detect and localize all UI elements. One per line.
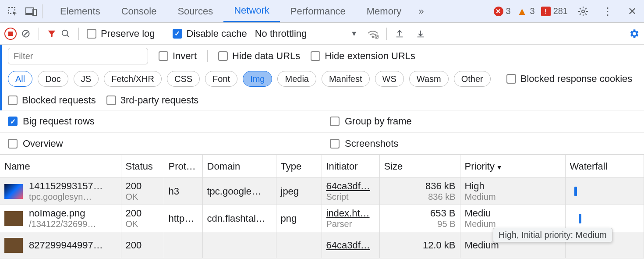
- col-size[interactable]: Size: [379, 155, 460, 178]
- request-domain: cdn.flashtal…: [202, 205, 276, 232]
- col-type[interactable]: Type: [276, 155, 322, 178]
- checkbox-icon[interactable]: [8, 139, 18, 149]
- type-chip-img[interactable]: Img: [243, 71, 272, 87]
- request-name: 141152993157…tpc.googlesyn…: [29, 181, 103, 202]
- priority-tooltip: High, Initial priority: Medium: [493, 228, 612, 242]
- network-settings-icon[interactable]: [628, 28, 640, 39]
- tab-elements[interactable]: Elements: [50, 0, 111, 22]
- blocked-requests-checkbox[interactable]: Blocked requests: [8, 95, 96, 106]
- disable-cache-checkbox[interactable]: Disable cache: [173, 28, 247, 39]
- tab-console[interactable]: Console: [111, 0, 167, 22]
- checkbox-icon[interactable]: [8, 117, 18, 126]
- more-icon[interactable]: ⋮: [598, 5, 617, 18]
- request-initiator[interactable]: 64ca3df…Script: [322, 178, 379, 205]
- tabs-overflow-icon[interactable]: »: [412, 6, 430, 17]
- settings-icon[interactable]: [574, 6, 592, 17]
- download-har-icon[interactable]: [416, 29, 425, 39]
- checkbox-icon[interactable]: [330, 139, 340, 149]
- hide-data-urls-checkbox[interactable]: Hide data URLs: [218, 50, 300, 62]
- tab-performance[interactable]: Performance: [280, 0, 356, 22]
- checkbox-icon[interactable]: [218, 51, 228, 61]
- type-chip-media[interactable]: Media: [277, 71, 316, 87]
- divider: [78, 28, 79, 40]
- invert-checkbox[interactable]: Invert: [159, 50, 197, 62]
- request-domain: tpc.google…: [202, 178, 276, 205]
- device-toggle-icon[interactable]: [22, 0, 40, 23]
- divider: [39, 28, 39, 40]
- hide-extension-urls-checkbox[interactable]: Hide extension URLs: [311, 50, 415, 62]
- request-thumbnail: [4, 184, 23, 199]
- issue-count[interactable]: ! 281: [541, 6, 568, 16]
- blocked-cookies-checkbox[interactable]: Blocked response cookies: [506, 73, 633, 85]
- col-priority[interactable]: Priority: [460, 155, 565, 178]
- checkbox-icon[interactable]: [311, 51, 320, 61]
- upload-har-icon[interactable]: [395, 29, 404, 39]
- request-size: 836 kB836 kB: [384, 181, 456, 202]
- error-count[interactable]: ✕ 3: [494, 6, 511, 16]
- request-domain: [202, 232, 276, 258]
- inspect-icon[interactable]: [4, 0, 22, 23]
- network-table: Name Status Prot… Domain Type Initiator …: [0, 155, 644, 258]
- col-protocol[interactable]: Prot…: [164, 155, 202, 178]
- checkbox-icon[interactable]: [159, 51, 168, 61]
- request-initiator[interactable]: 64ca3df…: [322, 232, 379, 258]
- type-chip-wasm[interactable]: Wasm: [409, 71, 449, 87]
- checkbox-icon[interactable]: [8, 96, 18, 105]
- preserve-log-checkbox[interactable]: Preserve log: [87, 28, 155, 39]
- checkbox-icon[interactable]: [330, 117, 340, 126]
- throttling-select[interactable]: No throttling ▼: [255, 28, 357, 39]
- type-chip-other[interactable]: Other: [454, 71, 491, 87]
- type-chip-doc[interactable]: Doc: [38, 71, 68, 87]
- col-domain[interactable]: Domain: [202, 155, 276, 178]
- checkbox-icon[interactable]: [106, 96, 116, 105]
- col-initiator[interactable]: Initiator: [322, 155, 379, 178]
- type-chip-manifest[interactable]: Manifest: [322, 71, 370, 87]
- type-chip-css[interactable]: CSS: [167, 71, 200, 87]
- type-chip-fetchxhr[interactable]: Fetch/XHR: [104, 71, 162, 87]
- type-chip-all[interactable]: All: [8, 71, 32, 87]
- type-chip-js[interactable]: JS: [74, 71, 99, 87]
- chevron-down-icon: ▼: [350, 30, 357, 38]
- big-request-rows-checkbox[interactable]: Big request rows: [0, 110, 322, 132]
- table-row[interactable]: 141152993157…tpc.googlesyn… 200OK h3 tpc…: [0, 178, 644, 205]
- request-type: png: [276, 205, 322, 232]
- warning-count[interactable]: ▲ 3: [517, 5, 535, 18]
- search-icon[interactable]: [61, 29, 71, 39]
- type-chip-ws[interactable]: WS: [375, 71, 404, 87]
- error-icon: ✕: [494, 7, 503, 16]
- request-priority: HighMedium: [465, 181, 561, 202]
- request-initiator[interactable]: index.ht…Parser: [322, 205, 379, 232]
- request-size: 653 B95 B: [384, 208, 456, 229]
- view-options: Big request rows Group by frame Overview…: [0, 110, 644, 155]
- screenshots-checkbox[interactable]: Screenshots: [322, 132, 644, 154]
- group-by-frame-checkbox[interactable]: Group by frame: [322, 110, 644, 132]
- checkbox-icon[interactable]: [87, 29, 96, 39]
- checkbox-icon[interactable]: [173, 29, 182, 39]
- tab-sources[interactable]: Sources: [167, 0, 223, 22]
- request-thumbnail: [4, 238, 23, 253]
- request-name: noImage.png/134122/32699…: [29, 208, 96, 229]
- third-party-requests-checkbox[interactable]: 3rd-party requests: [106, 95, 199, 106]
- network-toolbar: ⊘ Preserve log Disable cache No throttli…: [0, 23, 644, 45]
- request-protocol: http…: [164, 205, 202, 232]
- checkbox-icon[interactable]: [506, 74, 516, 84]
- clear-button[interactable]: ⊘: [21, 27, 31, 40]
- tab-network[interactable]: Network: [223, 0, 280, 22]
- request-status: 200: [126, 240, 159, 251]
- request-waterfall[interactable]: [565, 178, 644, 205]
- svg-point-7: [372, 36, 374, 37]
- tab-memory[interactable]: Memory: [356, 0, 412, 22]
- type-chip-font[interactable]: Font: [205, 71, 237, 87]
- record-button[interactable]: [4, 28, 17, 40]
- col-status[interactable]: Status: [121, 155, 164, 178]
- devtools-tabbar: Elements Console Sources Network Perform…: [0, 0, 644, 23]
- overview-checkbox[interactable]: Overview: [0, 132, 322, 154]
- svg-point-4: [582, 10, 584, 13]
- filter-input[interactable]: [8, 48, 148, 64]
- close-icon[interactable]: ✕: [623, 5, 641, 18]
- filter-toggle-icon[interactable]: [47, 29, 57, 39]
- col-name[interactable]: Name: [0, 155, 121, 178]
- col-waterfall[interactable]: Waterfall: [565, 155, 644, 178]
- request-type: jpeg: [276, 178, 322, 205]
- network-conditions-icon[interactable]: [367, 29, 379, 39]
